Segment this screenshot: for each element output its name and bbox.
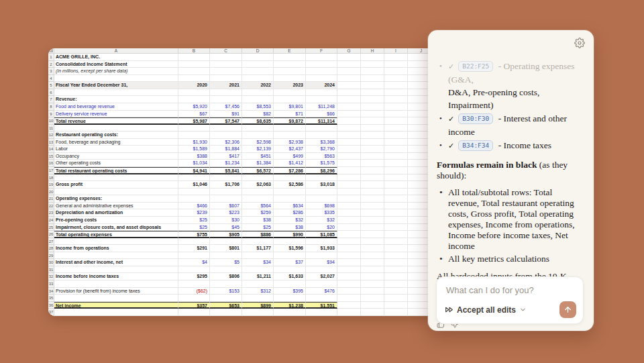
cell-D3[interactable] (242, 68, 274, 75)
cell-B5[interactable]: 2020 (178, 82, 210, 89)
cell-G12[interactable] (337, 132, 361, 139)
cell-C15[interactable]: $417 (210, 153, 242, 160)
cell-C31[interactable] (210, 266, 242, 274)
cell-H6[interactable] (361, 89, 384, 97)
cell-G31[interactable] (337, 266, 361, 274)
cell-E36[interactable]: $1,238 (274, 302, 306, 309)
cell-B27[interactable] (178, 238, 210, 246)
cell-G24[interactable] (337, 217, 361, 224)
row-header-36[interactable]: 36 (48, 302, 54, 309)
select-all-corner[interactable] (48, 48, 54, 54)
cell-I27[interactable] (384, 238, 408, 246)
cell-I14[interactable] (384, 146, 408, 153)
cell-I28[interactable] (384, 245, 408, 252)
spreadsheet-grid[interactable]: ABCDEFGHIJ1ACME GRILLE, INC.2Consolidate… (48, 48, 435, 316)
cell-I1[interactable] (384, 54, 408, 61)
cell-E3[interactable] (274, 68, 306, 75)
row-header-28[interactable]: 28 (48, 245, 54, 252)
cell-F15[interactable]: $563 (306, 153, 337, 160)
cell-G20[interactable] (337, 189, 361, 196)
cell-F30[interactable]: $94 (306, 259, 337, 266)
cell-D37[interactable] (242, 309, 274, 316)
cell-H30[interactable] (361, 259, 384, 266)
cell-I5[interactable] (384, 82, 408, 89)
cell-G10[interactable] (337, 117, 361, 125)
cell-D27[interactable] (242, 238, 274, 246)
cell-G32[interactable] (337, 273, 361, 280)
row-header-14[interactable]: 14 (48, 146, 54, 153)
cell-D21[interactable] (242, 195, 274, 203)
cell-E28[interactable]: $1,596 (274, 245, 306, 252)
cell-F28[interactable]: $1,933 (306, 245, 337, 252)
cell-B16[interactable]: $1,034 (178, 160, 210, 167)
cell-D8[interactable]: $8,553 (242, 103, 274, 111)
cell-E19[interactable]: $2,586 (274, 181, 306, 189)
cell-G7[interactable] (337, 96, 361, 103)
cell-A20[interactable] (54, 189, 178, 196)
cell-A18[interactable] (54, 174, 178, 182)
cell-A5[interactable]: Fiscal Year Ended December 31, (54, 82, 178, 89)
cell-A3[interactable]: (In millions, except per share data) (54, 68, 178, 75)
column-header-E[interactable]: E (274, 48, 306, 54)
row-header-27[interactable]: 27 (48, 238, 54, 246)
cell-F31[interactable] (306, 266, 337, 274)
cell-F11[interactable] (306, 125, 337, 132)
cell-H33[interactable] (361, 280, 384, 288)
cell-B20[interactable] (178, 189, 210, 196)
cell-C28[interactable]: $801 (210, 245, 242, 252)
cell-E24[interactable]: $32 (274, 217, 306, 224)
cell-G36[interactable] (337, 302, 361, 309)
cell-I18[interactable] (384, 174, 408, 182)
cell-D10[interactable]: $8,635 (242, 117, 274, 125)
cell-H7[interactable] (361, 96, 384, 103)
cell-A28[interactable]: Income from operations (54, 245, 178, 252)
cell-I15[interactable] (384, 153, 408, 160)
row-header-6[interactable]: 6 (48, 89, 54, 97)
cell-G27[interactable] (337, 238, 361, 246)
cell-C34[interactable]: $153 (210, 288, 242, 295)
cell-A1[interactable]: ACME GRILLE, INC. (54, 54, 178, 61)
row-header-8[interactable]: 8 (48, 103, 54, 111)
cell-D24[interactable]: $38 (242, 217, 274, 224)
cell-F32[interactable]: $2,027 (306, 273, 337, 280)
cell-H1[interactable] (361, 54, 384, 61)
cell-C21[interactable] (210, 195, 242, 203)
cell-E1[interactable] (274, 54, 306, 61)
cell-A27[interactable] (54, 238, 178, 246)
cell-G4[interactable] (337, 75, 361, 83)
cell-C10[interactable]: $7,547 (210, 117, 242, 125)
cell-D14[interactable]: $2,139 (242, 146, 274, 153)
cell-A34[interactable]: Provision for (benefit from) income taxe… (54, 288, 178, 295)
cell-E2[interactable] (274, 61, 306, 68)
cell-B10[interactable]: $5,987 (178, 117, 210, 125)
cell-B15[interactable]: $388 (178, 153, 210, 160)
cell-C19[interactable]: $1,706 (210, 181, 242, 189)
cell-G3[interactable] (337, 68, 361, 75)
row-header-21[interactable]: 21 (48, 195, 54, 203)
cell-I22[interactable] (384, 203, 408, 210)
cell-B12[interactable] (178, 132, 210, 139)
cell-H15[interactable] (361, 153, 384, 160)
cell-G23[interactable] (337, 209, 361, 217)
cell-E33[interactable] (274, 280, 306, 288)
cell-H32[interactable] (361, 273, 384, 280)
cell-C27[interactable] (210, 238, 242, 246)
cell-A24[interactable]: Pre-opening costs (54, 217, 178, 224)
column-header-D[interactable]: D (242, 48, 274, 54)
cell-H21[interactable] (361, 195, 384, 203)
cell-H10[interactable] (361, 117, 384, 125)
column-header-I[interactable]: I (384, 48, 408, 54)
row-header-10[interactable]: 10 (48, 117, 54, 125)
cell-E15[interactable]: $499 (274, 153, 306, 160)
cell-range-chip[interactable]: B22:F25 (458, 61, 493, 72)
cell-I35[interactable] (384, 295, 408, 302)
cell-H31[interactable] (361, 266, 384, 274)
cell-A26[interactable]: Total operating expenses (54, 231, 178, 238)
cell-F23[interactable]: $335 (306, 209, 337, 217)
cell-G16[interactable] (337, 160, 361, 167)
cell-H12[interactable] (361, 132, 384, 139)
cell-I17[interactable] (384, 167, 408, 174)
cell-I26[interactable] (384, 231, 408, 238)
cell-G5[interactable] (337, 82, 361, 89)
cell-A25[interactable]: Impairment, closure costs, and asset dis… (54, 224, 178, 231)
